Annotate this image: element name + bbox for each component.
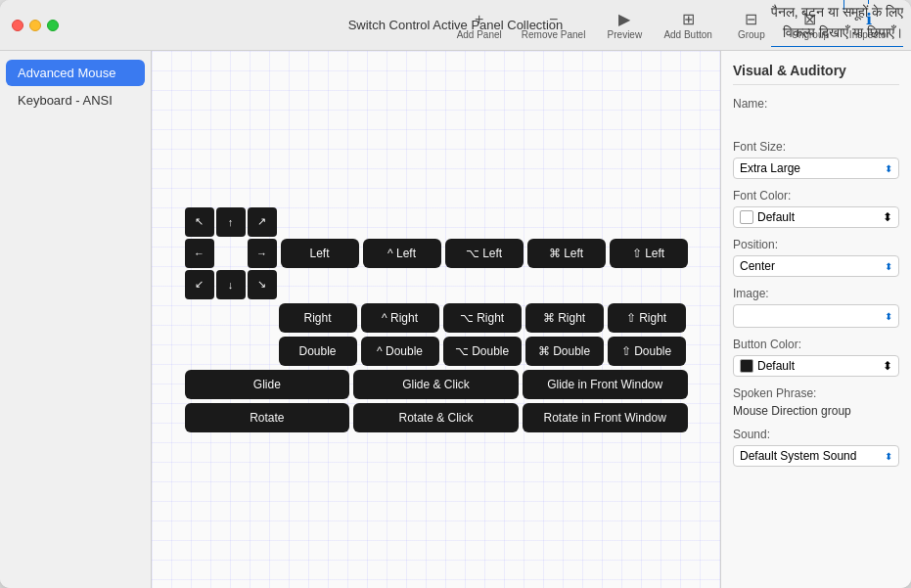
inspector-panel: Visual & Auditory Name: Font Size: Extra… bbox=[720, 51, 911, 588]
add-button-button[interactable]: ⊞ Add Button bbox=[654, 6, 721, 44]
add-button-icon: ⊞ bbox=[682, 10, 695, 28]
image-label: Image: bbox=[733, 287, 899, 300]
image-select[interactable]: ⬍ bbox=[733, 304, 899, 328]
main-window: पैनल, बटन या समूहों के लिए विकल्प दिखाएँ… bbox=[0, 0, 911, 588]
dir-btn-se[interactable]: ↘ bbox=[248, 270, 277, 299]
dir-btn-e[interactable]: → bbox=[248, 239, 277, 268]
add-button-label: Add Button bbox=[663, 29, 711, 40]
group-button[interactable]: ⊟ Group bbox=[722, 6, 781, 44]
dir-btn-center-empty bbox=[216, 239, 246, 268]
rotate-front-window-button[interactable]: Rotate in Front Window bbox=[523, 403, 688, 432]
traffic-lights bbox=[12, 20, 59, 31]
shift-double-button[interactable]: ⇧ Double bbox=[608, 337, 686, 366]
rotate-click-button[interactable]: Rotate & Click bbox=[353, 403, 519, 432]
position-chevron-icon: ⬍ bbox=[885, 261, 892, 272]
font-color-label: Font Color: bbox=[733, 189, 899, 203]
image-field-group: Image: ⬍ bbox=[733, 287, 899, 328]
button-color-swatch bbox=[740, 359, 753, 373]
button-row-1: ↖ ↑ ↗ ← → ↙ ↓ ↘ Left ^ Left bbox=[185, 207, 688, 299]
cmd-left-button[interactable]: ⌘ Left bbox=[527, 239, 606, 268]
ungroup-button[interactable]: ⊠ Ungroup bbox=[781, 6, 840, 44]
dir-btn-ne[interactable]: ↗ bbox=[248, 207, 277, 237]
preview-icon: ▶ bbox=[618, 10, 630, 28]
dir-btn-nw[interactable]: ↖ bbox=[185, 207, 214, 237]
sidebar-item-advanced-mouse[interactable]: Advanced Mouse bbox=[6, 60, 145, 86]
font-color-left: Default bbox=[740, 210, 795, 224]
opt-left-button[interactable]: ⌥ Left bbox=[445, 239, 524, 268]
sidebar: Advanced Mouse Keyboard - ANSI bbox=[0, 51, 152, 588]
right-button[interactable]: Right bbox=[279, 303, 357, 333]
name-field-group: Name: bbox=[733, 97, 899, 130]
glide-button[interactable]: Glide bbox=[185, 370, 350, 399]
cmd-right-button[interactable]: ⌘ Right bbox=[525, 303, 604, 333]
double-button[interactable]: Double bbox=[279, 337, 357, 366]
ungroup-label: Ungroup bbox=[792, 29, 829, 40]
dir-btn-w[interactable]: ← bbox=[185, 239, 214, 268]
rotate-button[interactable]: Rotate bbox=[185, 403, 350, 432]
dir-btn-n[interactable]: ↑ bbox=[216, 207, 246, 237]
button-color-value: Default bbox=[757, 359, 795, 373]
sound-value: Default System Sound bbox=[740, 449, 856, 463]
name-label: Name: bbox=[733, 97, 899, 111]
button-color-label: Button Color: bbox=[733, 338, 899, 351]
name-value bbox=[733, 114, 899, 130]
sound-field-group: Sound: Default System Sound ⬍ bbox=[733, 428, 899, 467]
button-color-select[interactable]: Default ⬍ bbox=[733, 355, 899, 377]
font-size-chevron-icon: ⬍ bbox=[885, 163, 892, 174]
sound-chevron-icon: ⬍ bbox=[885, 451, 892, 462]
font-size-value: Extra Large bbox=[740, 161, 800, 175]
close-button[interactable] bbox=[12, 20, 23, 31]
position-value: Center bbox=[740, 259, 775, 273]
ctrl-right-button[interactable]: ^ Right bbox=[361, 303, 439, 333]
button-row-4: Glide Glide & Click Glide in Front Windo… bbox=[185, 370, 688, 399]
group-icon: ⊟ bbox=[745, 10, 757, 28]
font-color-chevron-icon: ⬍ bbox=[883, 210, 892, 224]
font-size-select[interactable]: Extra Large ⬍ bbox=[733, 158, 899, 179]
ctrl-left-button[interactable]: ^ Left bbox=[363, 239, 441, 268]
image-chevron-icon: ⬍ bbox=[885, 311, 892, 322]
sound-select[interactable]: Default System Sound ⬍ bbox=[733, 445, 899, 467]
spoken-phrase-label: Spoken Phrase: bbox=[733, 386, 899, 400]
left-button[interactable]: Left bbox=[281, 239, 359, 268]
position-field-group: Position: Center ⬍ bbox=[733, 238, 899, 277]
dir-btn-sw[interactable]: ↙ bbox=[185, 270, 214, 299]
glide-front-window-button[interactable]: Glide in Front Window bbox=[523, 370, 688, 399]
sidebar-item-keyboard-ansi[interactable]: Keyboard - ANSI bbox=[6, 87, 145, 113]
font-color-swatch bbox=[740, 210, 753, 224]
button-color-field-group: Button Color: Default ⬍ bbox=[733, 338, 899, 377]
spoken-phrase-value: Mouse Direction group bbox=[733, 404, 899, 418]
position-label: Position: bbox=[733, 238, 899, 251]
inspector-button[interactable]: ℹ Inspector bbox=[840, 6, 899, 44]
maximize-button[interactable] bbox=[47, 20, 59, 31]
position-select[interactable]: Center ⬍ bbox=[733, 255, 899, 277]
button-row-3: Double ^ Double ⌥ Double ⌘ Double ⇧ Doub… bbox=[279, 337, 688, 366]
ctrl-double-button[interactable]: ^ Double bbox=[361, 337, 439, 366]
button-color-chevron-icon: ⬍ bbox=[883, 359, 892, 373]
opt-right-button[interactable]: ⌥ Right bbox=[443, 303, 522, 333]
button-color-left: Default bbox=[740, 359, 795, 373]
preview-button[interactable]: ▶ Preview bbox=[595, 6, 654, 44]
minimize-button[interactable] bbox=[29, 20, 41, 31]
inspector-icon: ℹ bbox=[866, 10, 872, 28]
shift-left-button[interactable]: ⇧ Left bbox=[610, 239, 688, 268]
inspector-title: Visual & Auditory bbox=[733, 63, 899, 85]
button-row-2: Right ^ Right ⌥ Right ⌘ Right ⇧ Right bbox=[279, 303, 688, 333]
glide-click-button[interactable]: Glide & Click bbox=[353, 370, 519, 399]
shift-right-button[interactable]: ⇧ Right bbox=[608, 303, 686, 333]
sound-label: Sound: bbox=[733, 428, 899, 441]
opt-double-button[interactable]: ⌥ Double bbox=[443, 337, 522, 366]
window-title: Switch Control Active Panel Collection bbox=[348, 18, 564, 32]
canvas-area[interactable]: ↖ ↑ ↗ ← → ↙ ↓ ↘ Left ^ Left bbox=[152, 51, 720, 588]
font-color-select[interactable]: Default ⬍ bbox=[733, 206, 899, 228]
font-color-field-group: Font Color: Default ⬍ bbox=[733, 189, 899, 228]
group-label: Group bbox=[738, 29, 765, 40]
main-content: Advanced Mouse Keyboard - ANSI ↖ ↑ ↗ ← bbox=[0, 51, 911, 588]
dir-btn-s[interactable]: ↓ bbox=[216, 270, 246, 299]
direction-cluster: ↖ ↑ ↗ ← → ↙ ↓ ↘ bbox=[185, 207, 277, 299]
titlebar: पैनल, बटन या समूहों के लिए विकल्प दिखाएँ… bbox=[0, 0, 911, 51]
font-size-field-group: Font Size: Extra Large ⬍ bbox=[733, 140, 899, 179]
inspector-label: Inspector bbox=[849, 29, 889, 40]
font-color-value: Default bbox=[757, 210, 795, 224]
cmd-double-button[interactable]: ⌘ Double bbox=[525, 337, 604, 366]
button-grid: ↖ ↑ ↗ ← → ↙ ↓ ↘ Left ^ Left bbox=[185, 207, 688, 432]
